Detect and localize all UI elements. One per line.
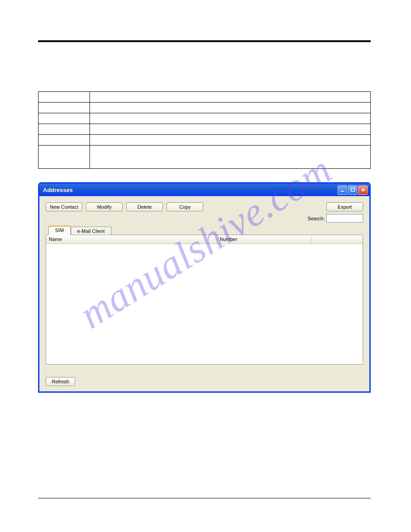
client-area: New Contact Modify Delete Copy Export Se… bbox=[39, 196, 369, 391]
svg-rect-0 bbox=[341, 191, 344, 192]
toolbar: New Contact Modify Delete Copy Export Se… bbox=[46, 202, 363, 223]
table-row bbox=[39, 113, 371, 124]
close-button[interactable] bbox=[358, 185, 368, 195]
column-number[interactable]: Number bbox=[217, 235, 312, 244]
tabs-area: SIM e-Mail Client Name Number bbox=[46, 225, 363, 365]
column-headers: Name Number bbox=[46, 235, 363, 244]
table-row bbox=[39, 124, 371, 135]
divider-bottom bbox=[38, 498, 371, 498]
table-row bbox=[39, 135, 371, 146]
close-icon bbox=[361, 188, 365, 192]
table-row bbox=[39, 92, 371, 103]
page-area: Addresses New Contact Modify Delete Copy bbox=[38, 40, 371, 505]
modify-button[interactable]: Modify bbox=[86, 202, 123, 211]
column-extra[interactable] bbox=[312, 235, 363, 244]
minimize-button[interactable] bbox=[338, 185, 347, 195]
search-label: Search: bbox=[308, 216, 325, 221]
window-controls bbox=[338, 185, 368, 195]
divider-top bbox=[38, 40, 371, 42]
tab-email-client[interactable]: e-Mail Client bbox=[71, 227, 111, 235]
maximize-icon bbox=[351, 188, 355, 192]
copy-button[interactable]: Copy bbox=[167, 202, 203, 211]
new-contact-button[interactable]: New Contact bbox=[46, 202, 82, 211]
info-table bbox=[38, 91, 371, 169]
addresses-window: Addresses New Contact Modify Delete Copy bbox=[38, 182, 371, 393]
column-name[interactable]: Name bbox=[46, 235, 217, 244]
minimize-icon bbox=[340, 188, 345, 192]
delete-button[interactable]: Delete bbox=[126, 202, 163, 211]
search-group: Search: bbox=[308, 214, 363, 223]
window-title: Addresses bbox=[43, 187, 338, 193]
titlebar[interactable]: Addresses bbox=[39, 184, 369, 196]
svg-rect-1 bbox=[351, 188, 355, 191]
table-row bbox=[39, 146, 371, 169]
table-row bbox=[39, 103, 371, 113]
footer-row: Refresh bbox=[46, 377, 363, 386]
tab-sim[interactable]: SIM bbox=[48, 226, 71, 235]
refresh-button[interactable]: Refresh bbox=[46, 377, 75, 386]
tab-strip: SIM e-Mail Client bbox=[48, 226, 363, 235]
search-input[interactable] bbox=[326, 214, 363, 223]
export-button[interactable]: Export bbox=[326, 202, 363, 211]
contacts-table: Name Number bbox=[46, 235, 363, 365]
maximize-button[interactable] bbox=[348, 185, 357, 195]
